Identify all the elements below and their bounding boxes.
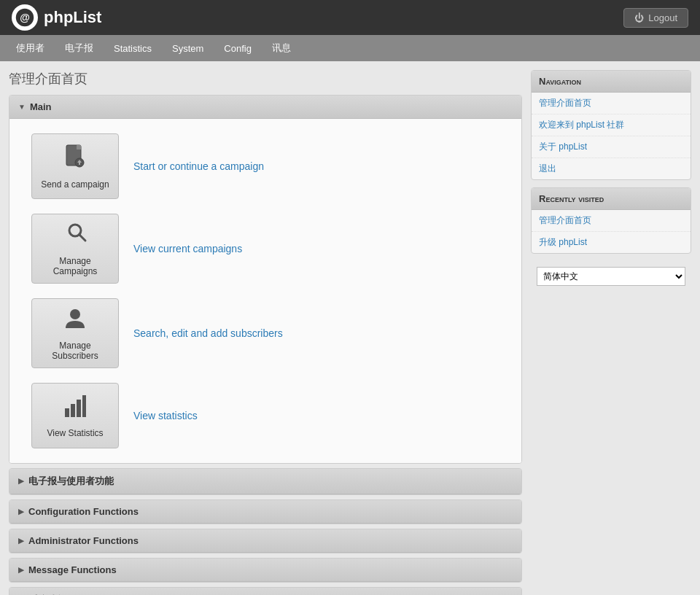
- rv-link-home[interactable]: 管理介面首页: [532, 210, 691, 232]
- main-section-title: Main: [30, 101, 52, 112]
- manage-subscribers-icon: [63, 306, 88, 336]
- message-functions-header[interactable]: ▶ Message Functions: [9, 559, 521, 582]
- language-select[interactable]: 简体中文 English Deutsch Français Español: [537, 267, 685, 286]
- main-section-body: Send a campaign Start or continue a camp…: [9, 119, 521, 463]
- logout-button[interactable]: ⏻ Logout: [623, 8, 688, 28]
- view-statistics-row: View Statistics View statistics: [31, 383, 499, 448]
- logout-label: Logout: [648, 12, 677, 23]
- content-area: 管理介面首页 ▼ Main: [0, 61, 700, 595]
- svg-rect-12: [65, 408, 69, 417]
- manage-subscribers-row: Manage Subscribers Search, edit and add …: [31, 298, 499, 368]
- logo-area: @ phpList: [12, 4, 101, 31]
- manage-campaigns-row: Manage Campaigns View current campaigns: [31, 214, 499, 284]
- send-campaign-icon: [63, 144, 87, 175]
- nav-item-statistics[interactable]: Statistics: [105, 39, 160, 58]
- collapse-arrow-icon-2: ▶: [18, 508, 24, 516]
- statistics-link[interactable]: View statistics: [133, 410, 198, 421]
- subscribers-link[interactable]: Search, edit and add subscribers: [133, 327, 283, 339]
- nav-item-config[interactable]: Config: [215, 39, 260, 58]
- nav-item-messages[interactable]: 讯息: [263, 37, 300, 59]
- send-campaign-row: Send a campaign Start or continue a camp…: [31, 133, 499, 199]
- svg-rect-15: [82, 395, 86, 417]
- navigation-box: Navigation 管理介面首页 欢迎来到 phpList 社群 关于 php…: [531, 70, 691, 180]
- config-functions-label: Configuration Functions: [28, 506, 139, 517]
- config-functions-header[interactable]: ▶ Configuration Functions: [9, 500, 521, 524]
- language-selector-container: 简体中文 English Deutsch Français Español: [531, 261, 691, 292]
- svg-rect-13: [71, 404, 75, 417]
- svg-rect-14: [77, 400, 81, 417]
- nav-link-about[interactable]: 关于 phpList: [532, 136, 691, 158]
- view-statistics-icon: [63, 394, 88, 424]
- collapse-arrow-icon: ▶: [18, 477, 24, 485]
- recently-visited-box: Recently visited 管理介面首页 升级 phpList: [531, 187, 691, 254]
- admin-functions-section: ▶ Administrator Functions: [9, 529, 522, 553]
- svg-point-10: [78, 233, 81, 236]
- message-functions-section: ▶ Message Functions: [9, 558, 522, 583]
- expand-arrow-icon: ▼: [18, 103, 26, 111]
- admin-functions-label: Administrator Functions: [28, 535, 139, 546]
- navbar: 使用者 电子报 Statistics System Config 讯息: [0, 35, 700, 61]
- logo-text: phpList: [44, 8, 101, 27]
- svg-point-11: [70, 309, 80, 319]
- nav-link-home[interactable]: 管理介面首页: [532, 93, 691, 114]
- nav-link-community[interactable]: 欢迎来到 phpList 社群: [532, 114, 691, 136]
- admin-functions-header[interactable]: ▶ Administrator Functions: [9, 529, 521, 553]
- view-statistics-label: View Statistics: [47, 428, 103, 438]
- header: @ phpList ⏻ Logout: [0, 0, 700, 35]
- view-campaigns-link[interactable]: View current campaigns: [133, 243, 242, 254]
- view-statistics-button[interactable]: View Statistics: [31, 383, 119, 448]
- rv-link-upgrade[interactable]: 升级 phpList: [532, 232, 691, 253]
- svg-text:@: @: [20, 12, 30, 23]
- collapse-arrow-icon-3: ▶: [18, 537, 24, 545]
- svg-rect-7: [79, 161, 80, 165]
- manage-campaigns-label: Manage Campaigns: [36, 256, 114, 277]
- svg-rect-5: [77, 145, 81, 149]
- main-panel: 管理介面首页 ▼ Main: [9, 70, 522, 595]
- manage-subscribers-button[interactable]: Manage Subscribers: [31, 298, 119, 368]
- system-functions-section: ▶ 系统功能: [9, 587, 522, 595]
- page-title: 管理介面首页: [9, 70, 522, 88]
- send-campaign-label: Send a campaign: [41, 179, 109, 190]
- main-section: ▼ Main: [9, 95, 522, 464]
- manage-subscribers-label: Manage Subscribers: [36, 341, 114, 362]
- main-section-header[interactable]: ▼ Main: [9, 96, 521, 119]
- send-campaign-button[interactable]: Send a campaign: [31, 133, 119, 199]
- nav-item-newsletter[interactable]: 电子报: [56, 37, 102, 59]
- nav-item-system[interactable]: System: [163, 39, 212, 58]
- manage-campaigns-icon: [63, 222, 88, 252]
- recently-visited-title: Recently visited: [532, 188, 691, 210]
- start-campaign-link[interactable]: Start or continue a campaign: [133, 160, 264, 172]
- message-functions-label: Message Functions: [28, 564, 117, 575]
- config-functions-section: ▶ Configuration Functions: [9, 499, 522, 524]
- system-functions-header[interactable]: ▶ 系统功能: [9, 588, 521, 595]
- nav-item-users[interactable]: 使用者: [7, 37, 53, 59]
- nav-link-logout[interactable]: 退出: [532, 158, 691, 179]
- newsletter-section-label: 电子报与使用者功能: [28, 475, 114, 488]
- collapse-arrow-icon-4: ▶: [18, 566, 24, 574]
- newsletter-section-header[interactable]: ▶ 电子报与使用者功能: [9, 469, 521, 494]
- sidebar: Navigation 管理介面首页 欢迎来到 phpList 社群 关于 php…: [531, 70, 691, 595]
- power-icon: ⏻: [634, 12, 644, 23]
- navigation-title: Navigation: [532, 71, 691, 93]
- phplist-logo-icon: @: [12, 4, 38, 31]
- newsletter-section: ▶ 电子报与使用者功能: [9, 468, 522, 495]
- manage-campaigns-button[interactable]: Manage Campaigns: [31, 214, 119, 284]
